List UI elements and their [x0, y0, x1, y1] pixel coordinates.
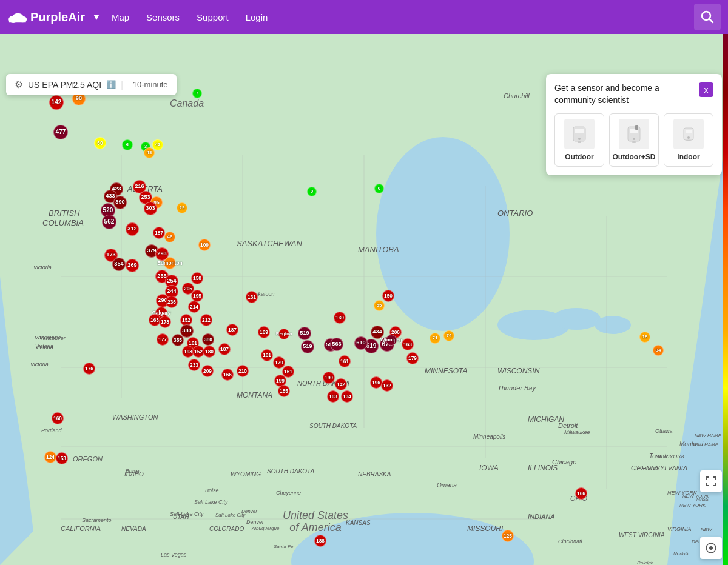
aqi-dot[interactable]: 176	[83, 363, 95, 375]
header-dropdown-button[interactable]: ▼	[90, 10, 103, 24]
aqi-dot[interactable]: 178	[159, 316, 171, 328]
aqi-dot[interactable]: 233	[188, 359, 200, 371]
aqi-dot[interactable]: 354	[112, 258, 126, 271]
aqi-dot[interactable]: 132	[381, 379, 393, 392]
svg-text:Canada: Canada	[170, 98, 204, 109]
svg-point-9	[552, 308, 601, 330]
aqi-dot[interactable]: 55	[374, 300, 385, 311]
nav-support[interactable]: Support	[188, 7, 237, 27]
nav-sensors[interactable]: Sensors	[138, 7, 188, 27]
aqi-dot[interactable]: 210	[237, 365, 249, 377]
aqi-dot[interactable]: 181	[261, 349, 273, 361]
aqi-dot[interactable]: 158	[191, 272, 203, 284]
aqi-dot[interactable]: 7	[192, 89, 202, 98]
aqi-dot[interactable]: 563	[330, 338, 343, 351]
aqi-dot[interactable]: 142	[335, 378, 347, 390]
outdoor-sensor-option[interactable]: Outdoor	[554, 113, 604, 167]
aqi-dot[interactable]: 84	[653, 345, 664, 356]
aqi-dot[interactable]: 303	[144, 202, 157, 215]
location-button[interactable]	[700, 537, 722, 559]
aqi-dot[interactable]: 185	[278, 385, 290, 397]
aqi-dot[interactable]: Edmonton	[164, 257, 176, 269]
search-button[interactable]	[694, 4, 721, 30]
aqi-dot[interactable]: 212	[200, 314, 212, 326]
aqi-dot[interactable]: 187	[226, 324, 238, 336]
svg-text:Vancouver: Vancouver	[35, 335, 61, 341]
nav-login[interactable]: Login	[237, 7, 277, 27]
svg-text:Cincinnati: Cincinnati	[558, 538, 583, 544]
promo-close-button[interactable]: x	[699, 82, 713, 97]
logo-area: PurpleAir	[7, 10, 85, 24]
aqi-dot[interactable]: 166	[221, 369, 234, 381]
svg-text:BRITISH: BRITISH	[49, 209, 80, 218]
svg-text:SOUTH DAKOTA: SOUTH DAKOTA	[297, 34, 349, 35]
aqi-dot[interactable]: 196	[370, 376, 382, 389]
aqi-dot[interactable]: 169	[258, 326, 270, 338]
aqi-dot[interactable]: 163	[327, 390, 339, 403]
aqi-dot[interactable]: 46	[164, 232, 175, 242]
aqi-dot[interactable]: 160	[52, 412, 64, 424]
aqi-dot[interactable]: 142	[49, 95, 64, 110]
svg-text:Santa Fe: Santa Fe	[274, 544, 294, 549]
aqi-dot[interactable]: 380	[202, 333, 214, 346]
aqi-dot[interactable]: 150	[382, 290, 394, 302]
settings-icon[interactable]: ⚙	[15, 79, 23, 90]
aqi-dot[interactable]: 180	[203, 346, 215, 358]
aqi-dot[interactable]: 477	[53, 125, 68, 139]
aqi-dot[interactable]: Winnipeg	[386, 335, 397, 346]
aqi-dot[interactable]: 390	[113, 196, 127, 209]
aqi-dot[interactable]: 131	[246, 291, 258, 303]
aqi-dot[interactable]: 195	[191, 290, 203, 302]
aqi-dot[interactable]: 42	[152, 139, 163, 150]
fullscreen-button[interactable]	[700, 470, 722, 492]
svg-text:Milwaukee: Milwaukee	[564, 429, 590, 435]
aqi-dot[interactable]: 166	[575, 487, 587, 500]
aqi-dot[interactable]: 0	[374, 184, 384, 193]
indoor-sensor-option[interactable]: Indoor	[664, 113, 713, 167]
aqi-dot[interactable]: 610	[354, 336, 368, 350]
aqi-dot[interactable]: 177	[157, 333, 169, 346]
aqi-dot[interactable]: 74	[443, 330, 454, 341]
aqi-dot[interactable]: 0	[307, 187, 317, 196]
aqi-dot[interactable]: Regina	[278, 329, 289, 339]
aqi-dot[interactable]: 124	[44, 451, 56, 463]
aqi-dot[interactable]: 134	[341, 390, 353, 403]
aqi-dot[interactable]: 153	[56, 452, 68, 464]
svg-text:Norfolk: Norfolk	[673, 551, 689, 557]
outdoor-sd-sensor-option[interactable]: Outdoor+SD	[609, 113, 659, 167]
aqi-dot[interactable]: 163	[402, 338, 414, 350]
aqi-dot[interactable]: 188	[314, 535, 326, 547]
aqi-dot[interactable]: 130	[334, 312, 346, 324]
outdoor-sensor-icon	[564, 119, 595, 149]
fullscreen-icon	[706, 476, 716, 487]
aqi-dot[interactable]: 519	[298, 327, 311, 340]
aqi-dot[interactable]: 236	[166, 296, 178, 308]
aqi-dot[interactable]: 152	[192, 346, 204, 358]
nav-map[interactable]: Map	[103, 7, 138, 27]
aqi-dot[interactable]: 29	[177, 202, 187, 213]
aqi-dot[interactable]: 562	[102, 215, 116, 229]
map-container[interactable]: BRITISH COLUMBIA ALBERTA SASKATCHEWAN MA…	[0, 34, 728, 565]
aqi-dot[interactable]: 214	[188, 301, 200, 313]
aqi-dot[interactable]: 71	[430, 333, 440, 344]
svg-rect-112	[686, 140, 691, 141]
aqi-dot[interactable]: 190	[323, 372, 335, 384]
aqi-dot[interactable]: 18	[639, 332, 650, 343]
aqi-dot[interactable]: 6	[122, 139, 133, 150]
filter-time-label[interactable]: 10-minute	[133, 80, 168, 89]
aqi-dot[interactable]: 269	[126, 259, 139, 272]
aqi-dot[interactable]: 312	[126, 222, 139, 236]
aqi-dot[interactable]: 209	[201, 365, 214, 377]
aqi-dot[interactable]: 519	[301, 340, 314, 353]
aqi-dot[interactable]: 125	[502, 530, 514, 542]
svg-text:NEW HAMP: NEW HAMP	[695, 433, 722, 438]
aqi-dot[interactable]: 380	[180, 324, 194, 338]
aqi-dot[interactable]: 48	[144, 147, 155, 158]
aqi-dot[interactable]: 187	[218, 343, 231, 355]
aqi-dot[interactable]: 179	[406, 352, 419, 364]
aqi-dot[interactable]: 187	[153, 227, 165, 239]
aqi-dot[interactable]: 60	[94, 137, 106, 149]
aqi-dot[interactable]: 161	[339, 355, 351, 367]
aqi-dot[interactable]: 109	[198, 239, 211, 251]
info-icon[interactable]: ℹ️	[106, 80, 116, 89]
